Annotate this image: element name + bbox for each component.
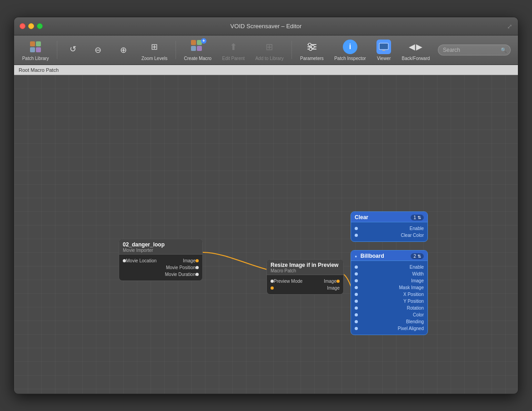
- zoom-fit-icon: ⊞: [147, 40, 162, 54]
- port-dot-image-out: [196, 259, 199, 262]
- edit-parent-label: Edit Parent: [222, 56, 245, 61]
- port-clear-enable: Enable: [351, 225, 427, 232]
- port-dot-bb-enable: [355, 266, 358, 269]
- clear-badge: 1 ⇅: [411, 215, 424, 221]
- port-dot-bb-color: [355, 313, 358, 316]
- resize-image-body: Preview Mode Image Image: [267, 275, 343, 294]
- movie-importer-body: Movie Location Image Movie Position Movi…: [119, 255, 202, 281]
- port-label-image-out: Image: [183, 258, 196, 263]
- svg-point-3: [308, 43, 311, 46]
- zoom-in-icon: ⊕: [116, 43, 130, 57]
- canvas-area[interactable]: 02_danger_loop Movie Importer Movie Loca…: [14, 75, 518, 394]
- port-label-bb-pixel-aligned: Pixel Aligned: [398, 326, 424, 331]
- zoom-fit-button[interactable]: ⊞ Zoom Levels: [137, 38, 172, 63]
- fullscreen-button[interactable]: ⤢: [507, 23, 512, 30]
- billboard-header: ● Billboard 2 ⇅: [351, 251, 427, 261]
- port-dot-clear-enable: [355, 227, 358, 230]
- toolbar: Patch Library ↺ ⊖ ⊕ ⊞ Zoom Levels: [14, 35, 518, 65]
- zoom-out-button[interactable]: ⊖: [86, 41, 110, 59]
- port-dot-bb-rotation: [355, 306, 358, 310]
- add-to-library-label: Add to Library: [255, 56, 283, 61]
- port-bb-y-pos: Y Position: [351, 298, 427, 305]
- port-label-bb-y-pos: Y Position: [403, 299, 424, 304]
- parameters-label: Parameters: [300, 56, 324, 61]
- traffic-lights: [20, 23, 43, 29]
- port-dot-bb-pixel-aligned: [355, 327, 358, 330]
- patch-inspector-label: Patch Inspector: [334, 56, 366, 61]
- parameters-icon: [305, 40, 319, 54]
- viewer-button[interactable]: Viewer: [372, 38, 396, 63]
- close-button[interactable]: [20, 23, 25, 29]
- back-forward-button[interactable]: ◀▶ Back/Forward: [397, 38, 434, 63]
- port-label-clear-color: Clear Color: [401, 233, 424, 238]
- port-label-movie-position: Movie Position: [166, 265, 196, 270]
- port-label-clear-enable: Enable: [410, 226, 424, 231]
- resize-image-header: Resize Image if in Preview Macro Patch: [267, 260, 343, 275]
- billboard-title: ● Billboard: [355, 253, 384, 259]
- search-input[interactable]: [438, 45, 511, 55]
- back-forward-icon: ◀▶: [408, 40, 423, 54]
- zoom-levels-label: Zoom Levels: [141, 56, 167, 61]
- resize-image-title: Resize Image if in Preview: [271, 262, 340, 268]
- viewer-label: Viewer: [377, 56, 391, 61]
- clear-body: Enable Clear Color: [351, 222, 427, 241]
- patch-library-icon: [28, 40, 43, 54]
- create-macro-button[interactable]: + Create Macro: [180, 38, 216, 63]
- port-label-bb-mask-image: Mask Image: [399, 285, 424, 290]
- breadcrumb-bar: Root Macro Patch: [14, 65, 518, 75]
- resize-image-subtitle: Macro Patch: [271, 268, 340, 273]
- port-dot-preview-mode: [271, 280, 274, 283]
- port-bb-blending: Blending: [351, 318, 427, 325]
- minimize-button[interactable]: [28, 23, 34, 29]
- separator-2: [176, 41, 176, 59]
- port-dot-movie-location: [123, 259, 126, 262]
- port-label-movie-duration: Movie Duration: [165, 272, 196, 277]
- port-clear-color: Clear Color: [351, 232, 427, 239]
- svg-rect-7: [382, 50, 385, 51]
- create-macro-icon: +: [191, 40, 205, 54]
- port-bb-image: Image: [351, 277, 427, 284]
- parameters-button[interactable]: Parameters: [296, 38, 328, 63]
- billboard-node[interactable]: ● Billboard 2 ⇅ Enable Width: [351, 250, 428, 335]
- port-label-movie-location: Movie Location: [126, 258, 156, 263]
- port-label-bb-width: Width: [412, 271, 424, 276]
- port-bb-pixel-aligned: Pixel Aligned: [351, 325, 427, 332]
- edit-parent-button[interactable]: ⬆ Edit Parent: [218, 38, 249, 63]
- patch-inspector-icon: i: [343, 40, 357, 54]
- patch-library-label: Patch Library: [22, 56, 49, 61]
- port-dot-bb-blending: [355, 320, 358, 323]
- port-label-resize-image-in: Image: [327, 286, 340, 291]
- svg-point-4: [311, 45, 314, 48]
- port-dot-bb-x-pos: [355, 293, 358, 296]
- port-dot-bb-width: [355, 272, 358, 276]
- zoom-out-icon: ⊖: [91, 43, 105, 57]
- zoom-reset-icon: ↺: [65, 42, 80, 56]
- zoom-in-button[interactable]: ⊕: [112, 41, 136, 59]
- edit-parent-icon: ⬆: [226, 40, 241, 54]
- wire-canvas: [14, 75, 518, 394]
- patch-inspector-button[interactable]: i Patch Inspector: [330, 38, 371, 63]
- port-label-bb-image: Image: [411, 278, 424, 283]
- svg-point-5: [309, 48, 312, 50]
- separator-3: [291, 41, 292, 59]
- patch-library-button[interactable]: Patch Library: [18, 38, 53, 63]
- port-dot-resize-image-in: [271, 286, 274, 290]
- resize-image-node[interactable]: Resize Image if in Preview Macro Patch P…: [266, 259, 344, 295]
- port-label-preview-mode: Preview Mode: [274, 279, 302, 284]
- movie-importer-node[interactable]: 02_danger_loop Movie Importer Movie Loca…: [119, 239, 203, 281]
- port-label-resize-image-out: Image: [324, 279, 336, 284]
- port-bb-enable: Enable: [351, 264, 427, 271]
- search-wrapper: [438, 45, 511, 55]
- port-bb-rotation: Rotation: [351, 305, 427, 311]
- port-bb-mask-image: Mask Image: [351, 284, 427, 291]
- clear-title: Clear: [355, 214, 368, 221]
- window-title: VOID Screensaver – Editor: [231, 23, 302, 30]
- clear-node[interactable]: Clear 1 ⇅ Enable Clear Color: [351, 211, 428, 242]
- zoom-reset-button[interactable]: ↺: [61, 40, 85, 60]
- add-to-library-button[interactable]: ⊞ Add to Library: [251, 38, 288, 63]
- port-bb-width: Width: [351, 271, 427, 277]
- port-bb-color: Color: [351, 311, 427, 318]
- viewer-icon: [376, 40, 391, 54]
- maximize-button[interactable]: [37, 23, 43, 29]
- port-label-bb-rotation: Rotation: [407, 306, 424, 311]
